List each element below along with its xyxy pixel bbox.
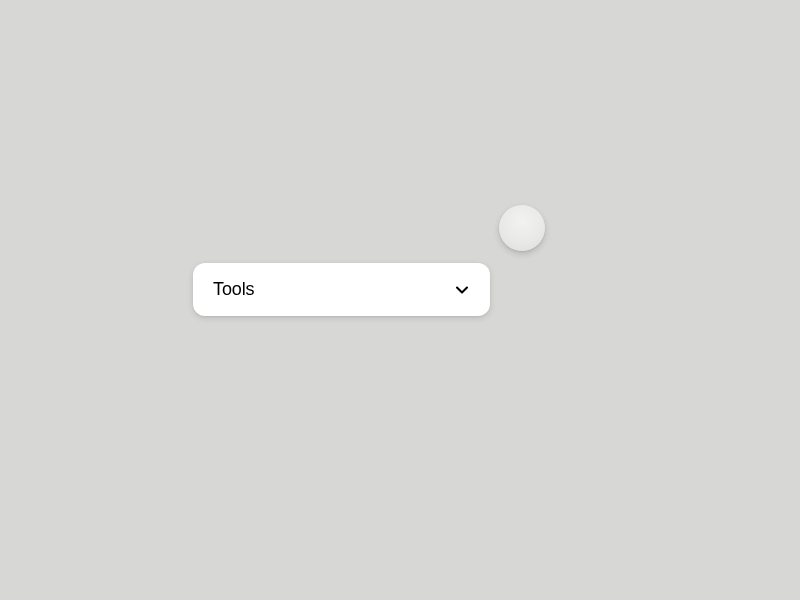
chevron-down-icon	[452, 280, 472, 300]
tools-dropdown[interactable]: Tools	[193, 263, 490, 316]
circle-button[interactable]	[499, 205, 545, 251]
dropdown-label: Tools	[213, 279, 255, 300]
